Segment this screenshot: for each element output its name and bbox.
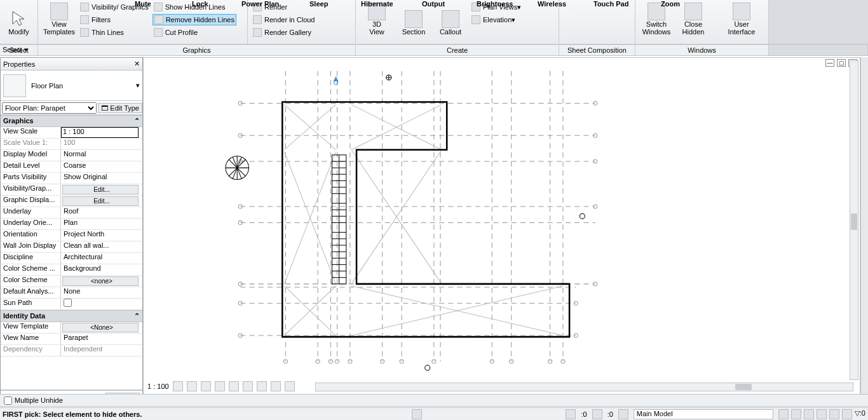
prop-display-model[interactable]: Display Model	[1, 150, 61, 161]
status-r1-icon[interactable]	[778, 409, 789, 419]
temp-hide-icon[interactable]	[271, 381, 281, 391]
misc-icon-5[interactable]	[536, 11, 545, 20]
filters-button[interactable]: Filters	[79, 14, 150, 25]
switch-windows-button[interactable]: Switch Windows	[638, 1, 675, 37]
prop-vis-graphics[interactable]: Visibility/Grap...	[1, 184, 61, 195]
status-r3-icon[interactable]	[804, 409, 814, 419]
status-icon-2[interactable]	[566, 409, 576, 419]
prop-detail-level[interactable]: Detail Level	[1, 161, 61, 172]
group-graphics[interactable]: Graphics⌃	[1, 115, 142, 127]
prop-discipline[interactable]: Discipline	[1, 253, 61, 264]
status-icon-3[interactable]	[592, 409, 602, 419]
svg-point-90	[580, 213, 585, 219]
sun-path-icon[interactable]	[201, 381, 211, 391]
render-gallery-button[interactable]: Render Gallery	[252, 27, 316, 38]
misc-icon-2[interactable]	[525, 11, 534, 20]
prop-color-scheme[interactable]: Color Scheme	[1, 276, 61, 287]
sheet-icon-5[interactable]	[574, 11, 583, 20]
prop-graphic-display[interactable]: Graphic Displa...	[1, 196, 61, 207]
prop-orientation[interactable]: Orientation	[1, 230, 61, 241]
callout-button[interactable]: Callout	[432, 1, 469, 37]
misc-icon-4[interactable]	[536, 1, 545, 10]
prop-underlay-orient[interactable]: Underlay Orie...	[1, 219, 61, 229]
crop-icon[interactable]	[229, 381, 239, 391]
sheet-icon-2[interactable]	[563, 11, 572, 20]
render-button[interactable]: Render	[252, 1, 316, 13]
plan-views-button[interactable]: Plan Views ▾	[470, 1, 522, 13]
close-hidden-button[interactable]: Close Hidden	[675, 1, 712, 37]
3d-view-button[interactable]: 3D View	[358, 1, 395, 37]
sheet-icon-1[interactable]	[563, 1, 572, 10]
svg-point-43	[400, 360, 403, 363]
svg-point-44	[432, 360, 436, 363]
properties-grid[interactable]: Graphics⌃ View Scale1 : 100 Scale Value …	[1, 115, 142, 390]
misc-icon-1[interactable]	[525, 1, 534, 10]
cut-profile-icon	[154, 28, 163, 37]
win-icon-3[interactable]	[713, 22, 722, 30]
instance-selector[interactable]: Floor Plan: Parapet	[2, 102, 97, 114]
properties-title-bar[interactable]: Properties✕	[1, 58, 142, 71]
prop-underlay[interactable]: Underlay	[1, 207, 61, 218]
crop-region-icon[interactable]	[243, 381, 253, 391]
prop-view-template[interactable]: View Template	[1, 322, 61, 333]
prop-view-name[interactable]: View Name	[1, 334, 61, 344]
visual-style-icon[interactable]	[187, 381, 197, 391]
section-button[interactable]: Section	[395, 1, 432, 37]
status-icon-4[interactable]	[618, 409, 628, 419]
user-interface-button[interactable]: User Interface	[723, 1, 760, 37]
prop-view-scale[interactable]: View Scale	[1, 127, 61, 138]
plan-views-icon	[471, 3, 480, 11]
prop-wall-join[interactable]: Wall Join Display	[1, 241, 61, 252]
elevation-button[interactable]: Elevation ▾	[470, 14, 522, 25]
status-r4-icon[interactable]	[817, 409, 827, 419]
view-control-bar[interactable]: 1 : 100	[147, 381, 295, 391]
select-dropdown[interactable]: Select ▾	[3, 46, 28, 54]
render-cloud-button[interactable]: Render in Cloud	[252, 14, 316, 25]
misc-icon-3[interactable]	[525, 22, 534, 30]
remove-hidden-lines-button[interactable]: Remove Hidden Lines	[153, 14, 236, 25]
chevron-down-icon[interactable]: ▾	[136, 81, 140, 90]
vertical-scrollbar[interactable]	[850, 60, 858, 380]
status-r5-icon[interactable]	[829, 409, 839, 419]
status-r2-icon[interactable]	[791, 409, 801, 419]
group-identity[interactable]: Identity Data⌃	[1, 310, 142, 322]
view-maximize-icon[interactable]: ▢	[837, 59, 846, 67]
thin-lines-button[interactable]: Thin Lines	[79, 27, 150, 38]
status-icon-1[interactable]	[412, 409, 422, 419]
sheet-icon-3[interactable]	[563, 22, 572, 30]
lock-3d-icon[interactable]	[257, 381, 267, 391]
prop-parts-visibility[interactable]: Parts Visibility	[1, 173, 61, 184]
sheet-icon-7[interactable]	[586, 1, 595, 10]
edit-type-button[interactable]: 🗖 Edit Type	[98, 103, 142, 113]
detail-level-icon[interactable]	[173, 381, 183, 391]
cut-profile-button[interactable]: Cut Profile	[153, 27, 236, 38]
sheet-icon-6[interactable]	[574, 22, 583, 30]
prop-default-analysis[interactable]: Default Analys...	[1, 287, 61, 298]
prop-sun-path[interactable]: Sun Path	[1, 299, 61, 309]
show-hidden-lines-button[interactable]: Show Hidden Lines	[153, 1, 236, 13]
workset-combo[interactable]: Main Model	[634, 409, 773, 419]
sheet-icon-8[interactable]	[586, 11, 595, 20]
multiple-unhide-checkbox[interactable]	[4, 396, 12, 405]
svg-point-45	[490, 360, 494, 363]
sun-path-checkbox[interactable]	[64, 299, 72, 307]
sheet-icon-4[interactable]	[574, 1, 583, 10]
win-icon-1[interactable]	[713, 1, 722, 10]
shadows-icon[interactable]	[215, 381, 225, 391]
type-selector[interactable]: Floor Plan ▾	[1, 71, 142, 101]
visibility-graphics-button[interactable]: Visibility/ Graphics	[79, 1, 150, 13]
modify-button[interactable]: Modify	[3, 1, 35, 37]
view-minimize-icon[interactable]: —	[825, 59, 834, 67]
view-templates-button[interactable]: View Templates	[41, 1, 78, 37]
status-r6-icon[interactable]	[842, 409, 852, 419]
win-icon-2[interactable]	[713, 11, 722, 20]
reveal-hidden-icon[interactable]	[285, 381, 295, 391]
close-icon[interactable]: ✕	[134, 60, 140, 68]
view-canvas[interactable]: —▢✕	[143, 57, 860, 395]
horizontal-scrollbar[interactable]	[315, 383, 853, 391]
view-scale-display[interactable]: 1 : 100	[147, 383, 169, 390]
svg-point-40	[336, 360, 339, 363]
ribbon: Modify View Templates Visibility/ Graphi…	[0, 0, 868, 44]
prop-color-scheme-loc[interactable]: Color Scheme ...	[1, 264, 61, 275]
misc-icon-6[interactable]	[536, 22, 545, 30]
